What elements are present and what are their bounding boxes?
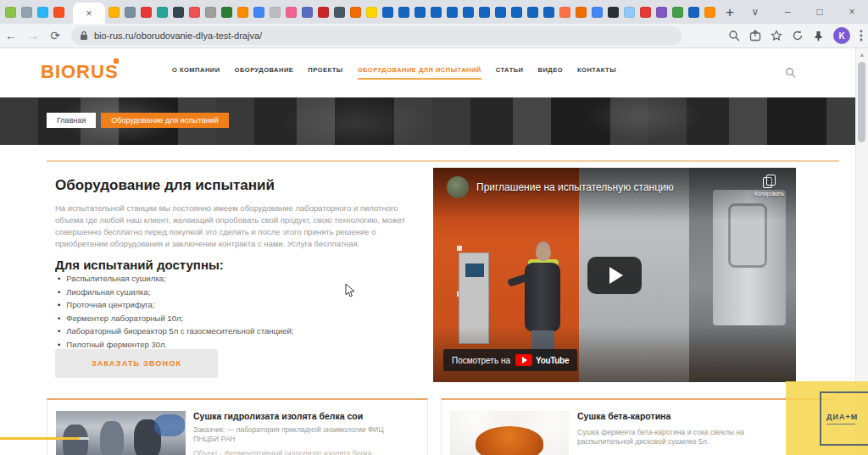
article-card[interactable]: Сушка бета-каротина Сушка фермента бета-… <box>441 398 835 455</box>
page-title: Оборудование для испытаний <box>55 177 275 194</box>
pinned-tab-favicon[interactable] <box>447 7 458 18</box>
pinned-tab-favicon[interactable] <box>108 7 120 18</box>
logo-mark <box>114 58 119 64</box>
bookmark-star-icon[interactable] <box>771 30 782 42</box>
card-title[interactable]: Сушка гидролизата изолята белка сои <box>193 411 363 421</box>
pinned-tab-favicon[interactable] <box>270 7 281 18</box>
scroll-up-arrow[interactable]: ▲ <box>856 48 868 58</box>
share-icon[interactable] <box>749 30 761 42</box>
pinned-tab-favicon[interactable] <box>382 7 393 18</box>
video-title[interactable]: Приглашение на испытательную станцию <box>476 181 674 193</box>
pinned-tab-favicon[interactable] <box>398 7 409 18</box>
pinned-tab-favicon[interactable] <box>141 7 152 18</box>
scrollbar-thumb[interactable] <box>858 62 865 142</box>
pinned-tab-favicon[interactable] <box>672 7 683 18</box>
nav-item[interactable]: О КОМПАНИИ <box>172 66 220 80</box>
profile-avatar[interactable]: K <box>833 27 850 44</box>
pinned-tab-favicon[interactable] <box>37 7 48 18</box>
pinned-tab-favicon[interactable] <box>350 7 361 18</box>
new-tab-button[interactable]: + <box>726 5 734 19</box>
pinned-tab-favicon[interactable] <box>286 7 297 18</box>
pinned-tab-favicon[interactable] <box>157 7 168 18</box>
pinned-tab-favicon[interactable] <box>205 7 216 18</box>
tab-search-icon[interactable]: ∨ <box>739 6 771 18</box>
order-call-button[interactable]: ЗАКАЗАТЬ ЗВОНОК <box>55 349 218 378</box>
pinned-tab-favicon[interactable] <box>608 7 619 18</box>
window-controls: ∨ – □ × <box>739 0 868 24</box>
minimize-button[interactable]: – <box>771 6 804 18</box>
pinned-tab-favicon[interactable] <box>688 7 699 18</box>
card-title[interactable]: Сушка бета-каротина <box>577 411 670 421</box>
pinned-tab-favicon[interactable] <box>334 7 345 18</box>
address-bar[interactable]: bio-rus.ru/oborudovanie-dlya-test-drajva… <box>71 26 682 45</box>
pinned-tab-favicon[interactable] <box>5 7 16 18</box>
kebab-menu-icon[interactable] <box>860 30 863 42</box>
pinned-tab-favicon[interactable] <box>302 7 313 18</box>
url-text[interactable]: bio-rus.ru/oborudovanie-dlya-test-drajva… <box>94 31 262 41</box>
nav-item[interactable]: ОБОРУДОВАНИЕ ДЛЯ ИСПЫТАНИЙ <box>358 66 481 80</box>
pinned-tab-favicon[interactable] <box>592 7 603 18</box>
pinned-tab-favicon[interactable] <box>253 7 264 18</box>
maximize-button[interactable]: □ <box>804 6 836 18</box>
copy-icon[interactable] <box>763 175 776 188</box>
pinned-tab-favicon[interactable] <box>21 7 32 18</box>
pinned-tab-favicon[interactable] <box>366 7 377 18</box>
video-thumbnail-detail <box>457 246 462 251</box>
pinned-tab-favicon[interactable] <box>495 7 506 18</box>
watch-on-youtube[interactable]: Посмотреть на YouTube <box>443 349 577 371</box>
tab-close-icon[interactable]: × <box>86 8 92 19</box>
pinned-tab-favicon[interactable] <box>656 7 667 18</box>
pinned-tab-favicon[interactable] <box>415 7 426 18</box>
reload-button[interactable]: ⟳ <box>44 29 66 42</box>
nav-item[interactable]: СТАТЬИ <box>496 66 524 80</box>
pinned-tabs-left <box>5 7 70 18</box>
sync-icon[interactable] <box>792 30 804 42</box>
pinned-tab-favicon[interactable] <box>543 7 554 18</box>
extensions-pin-icon[interactable] <box>813 31 824 42</box>
nav-item[interactable]: ПРОЕКТЫ <box>308 66 342 80</box>
pinned-tab-favicon[interactable] <box>221 7 232 18</box>
forward-button[interactable]: → <box>22 29 44 42</box>
list-item: Ферментер лабораторный 10л; <box>58 312 293 325</box>
copy-link-control[interactable]: Копировать <box>754 175 784 197</box>
pinned-tab-favicon[interactable] <box>704 7 715 18</box>
active-tab[interactable]: × <box>73 3 105 24</box>
pinned-tab-favicon[interactable] <box>479 7 490 18</box>
close-window-button[interactable]: × <box>836 6 868 18</box>
back-button[interactable]: ← <box>0 29 22 42</box>
pinned-tab-favicon[interactable] <box>511 7 522 18</box>
breadcrumb: Главная Оборудование для испытаний <box>47 113 229 128</box>
nav-item[interactable]: ВИДЕО <box>538 66 564 80</box>
article-card[interactable]: Сушка гидролизата изолята белка сои Зака… <box>47 398 428 455</box>
video-progress-track[interactable] <box>79 437 89 440</box>
breadcrumb-home[interactable]: Главная <box>47 113 96 128</box>
watermark-text: ДИА+М <box>826 413 858 421</box>
hero-banner-image: Главная Оборудование для испытаний <box>0 97 855 145</box>
nav-item[interactable]: ОБОРУДОВАНИЕ <box>235 66 294 80</box>
pinned-tab-favicon[interactable] <box>576 7 587 18</box>
play-icon <box>609 267 623 284</box>
pinned-tab-favicon[interactable] <box>318 7 329 18</box>
play-button[interactable] <box>587 257 642 294</box>
pinned-tab-favicon[interactable] <box>640 7 651 18</box>
search-icon[interactable] <box>728 30 740 42</box>
pinned-tab-favicon[interactable] <box>173 7 184 18</box>
photo-figure <box>63 424 88 455</box>
pinned-tab-favicon[interactable] <box>559 7 570 18</box>
pinned-tab-favicon[interactable] <box>53 7 64 18</box>
pinned-tab-favicon[interactable] <box>237 7 248 18</box>
pinned-tab-favicon[interactable] <box>431 7 442 18</box>
pinned-tab-favicon[interactable] <box>463 7 474 18</box>
pinned-tab-favicon[interactable] <box>189 7 200 18</box>
pinned-tab-favicon[interactable] <box>624 7 635 18</box>
pinned-tab-favicon[interactable] <box>125 7 136 18</box>
video-player[interactable]: Приглашение на испытательную станцию Коп… <box>433 168 796 382</box>
pinned-tab-favicon[interactable] <box>527 7 538 18</box>
site-logo[interactable]: BIORUS <box>41 61 119 83</box>
watch-on-label: Посмотреть на <box>452 356 510 365</box>
copy-label: Копировать <box>754 191 784 197</box>
site-search-icon[interactable] <box>785 67 796 78</box>
nav-item[interactable]: КОНТАКТЫ <box>577 66 616 80</box>
channel-avatar[interactable] <box>447 176 469 198</box>
video-progress-bar[interactable] <box>0 437 79 440</box>
